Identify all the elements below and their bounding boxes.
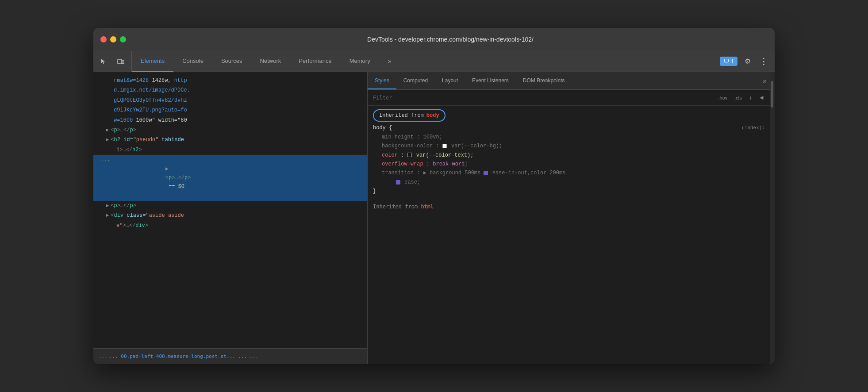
breadcrumb-path[interactable]: ... 00.pad-left-400.measure-long.post.st… bbox=[109, 354, 247, 359]
scrollbar-thumb[interactable] bbox=[771, 81, 773, 108]
css-property-background-color: background-color : var(--color-bg); bbox=[382, 142, 765, 150]
more-options-button[interactable]: ⋮ bbox=[758, 55, 769, 68]
dom-line: ▶ <p>…</p> bbox=[93, 125, 367, 135]
css-property-min-height: min-height : 100vh; bbox=[382, 133, 765, 142]
css-declarations: min-height : 100vh; background-color : v… bbox=[373, 133, 765, 187]
main-tabs: Elements Console Sources Network Perform… bbox=[132, 51, 714, 72]
add-style-button[interactable]: + bbox=[747, 93, 754, 102]
sub-tab-layout[interactable]: Layout bbox=[435, 72, 465, 89]
more-tabs-button[interactable]: » bbox=[379, 51, 400, 72]
svg-rect-1 bbox=[122, 61, 124, 64]
devtools-window: DevTools - developer.chrome.com/blog/new… bbox=[93, 28, 775, 364]
tab-memory[interactable]: Memory bbox=[341, 51, 379, 72]
sub-tab-more-button[interactable]: » bbox=[759, 72, 770, 89]
sub-tab-styles[interactable]: Styles bbox=[368, 72, 396, 89]
dom-line-selected[interactable]: ... ▶ <p>…</p> == $0 bbox=[93, 155, 367, 201]
toolbar-right-actions: 🗨 1 ⚙ ⋮ bbox=[714, 51, 775, 72]
inherited-from-badge: Inherited from body bbox=[373, 109, 446, 122]
css-property-overflow-wrap: overflow-wrap : break-word; bbox=[382, 160, 765, 169]
styles-panel: Styles Computed Layout Event Listeners D… bbox=[368, 72, 770, 364]
dom-panel: rmat&w=1428 1428w, http d.imgix.net/imag… bbox=[93, 72, 368, 364]
tab-sources[interactable]: Sources bbox=[212, 51, 251, 72]
maximize-button[interactable] bbox=[120, 36, 126, 42]
tab-network[interactable]: Network bbox=[251, 51, 290, 72]
toggle-sidebar-button[interactable]: ◀ bbox=[758, 94, 765, 101]
ellipsis-icon: ⋮ bbox=[760, 57, 768, 66]
filter-action-group: :hov .cls + ◀ bbox=[717, 93, 765, 102]
sub-tab-dom-breakpoints[interactable]: DOM Breakpoints bbox=[516, 72, 572, 89]
dom-line: ▶ <h2 id="pseudo" tabinde bbox=[93, 135, 367, 145]
sub-tab-computed[interactable]: Computed bbox=[396, 72, 435, 89]
dom-line: ▶ <p>…</p> bbox=[93, 201, 367, 211]
main-toolbar: Elements Console Sources Network Perform… bbox=[93, 51, 775, 72]
css-property-transition-ease: ease; bbox=[382, 178, 765, 187]
gear-icon: ⚙ bbox=[745, 57, 751, 65]
filter-input[interactable] bbox=[373, 95, 717, 101]
css-rule-block: body { (index): min-height : 100vh; bbox=[368, 122, 770, 199]
dom-line: d9lJKcYw2FU.png?auto=fo bbox=[93, 105, 367, 115]
css-closing-brace: } bbox=[373, 187, 765, 196]
tab-elements[interactable]: Elements bbox=[132, 51, 173, 72]
chat-icon: 🗨 bbox=[723, 58, 729, 65]
filter-bar: :hov .cls + ◀ bbox=[368, 90, 770, 106]
svg-rect-0 bbox=[118, 59, 122, 64]
inherited-html-tag[interactable]: html bbox=[421, 204, 434, 210]
dom-line: gLQPGtEG3y0fTn4v82/3vhz bbox=[93, 96, 367, 105]
devtools-container: Elements Console Sources Network Perform… bbox=[93, 51, 775, 364]
inherited-from-section: Inherited from body bbox=[368, 106, 770, 122]
device-toggle-icon[interactable] bbox=[115, 56, 126, 67]
window-title: DevTools - developer.chrome.com/blog/new… bbox=[133, 36, 768, 43]
dom-line: rmat&w=1428 1428w, http bbox=[93, 76, 367, 85]
ease-swatch-2[interactable] bbox=[396, 180, 400, 184]
cls-button[interactable]: .cls bbox=[733, 94, 744, 101]
minimize-button[interactable] bbox=[110, 36, 116, 42]
tab-console[interactable]: Console bbox=[173, 51, 212, 72]
ease-swatch[interactable] bbox=[484, 171, 488, 175]
tab-performance[interactable]: Performance bbox=[290, 51, 340, 72]
inherited-from-html: Inherited from html bbox=[368, 200, 770, 214]
breadcrumb-text: ... bbox=[99, 354, 108, 359]
color-swatch-bg[interactable] bbox=[442, 144, 447, 148]
dom-line: 1>…</h2> bbox=[93, 145, 367, 155]
dom-line: d.imgix.net/image/dPDCe. bbox=[93, 85, 367, 95]
dom-line: ▶ <div class="aside aside bbox=[93, 211, 367, 220]
color-swatch-text[interactable] bbox=[407, 153, 412, 157]
dom-line: w=1600 1600w" width="80 bbox=[93, 115, 367, 125]
dom-tree[interactable]: rmat&w=1428 1428w, http d.imgix.net/imag… bbox=[93, 72, 367, 348]
traffic-lights bbox=[100, 36, 126, 42]
css-property-color: color : var(--color-text); bbox=[382, 151, 765, 160]
scrollbar[interactable] bbox=[770, 72, 775, 364]
notification-badge[interactable]: 🗨 1 bbox=[720, 57, 737, 66]
main-area: rmat&w=1428 1428w, http d.imgix.net/imag… bbox=[93, 72, 775, 364]
title-bar: DevTools - developer.chrome.com/blog/new… bbox=[93, 28, 775, 51]
css-file-reference[interactable]: (index): bbox=[741, 124, 765, 132]
dom-line: e">…</div> bbox=[93, 221, 367, 231]
sub-tab-event-listeners[interactable]: Event Listeners bbox=[465, 72, 516, 89]
sub-tabs-bar: Styles Computed Layout Event Listeners D… bbox=[368, 72, 770, 90]
close-button[interactable] bbox=[100, 36, 107, 42]
styles-content[interactable]: Inherited from body body { (index): bbox=[368, 106, 770, 364]
dom-breadcrumb: ... ... 00.pad-left-400.measure-long.pos… bbox=[93, 348, 367, 364]
css-property-transition: transition : ▶ background 500ms ease-in-… bbox=[382, 169, 765, 177]
toolbar-icon-group bbox=[93, 51, 132, 72]
cursor-icon[interactable] bbox=[99, 56, 109, 67]
settings-button[interactable]: ⚙ bbox=[743, 55, 753, 67]
css-selector: body { bbox=[373, 123, 392, 132]
hov-button[interactable]: :hov bbox=[717, 94, 730, 101]
